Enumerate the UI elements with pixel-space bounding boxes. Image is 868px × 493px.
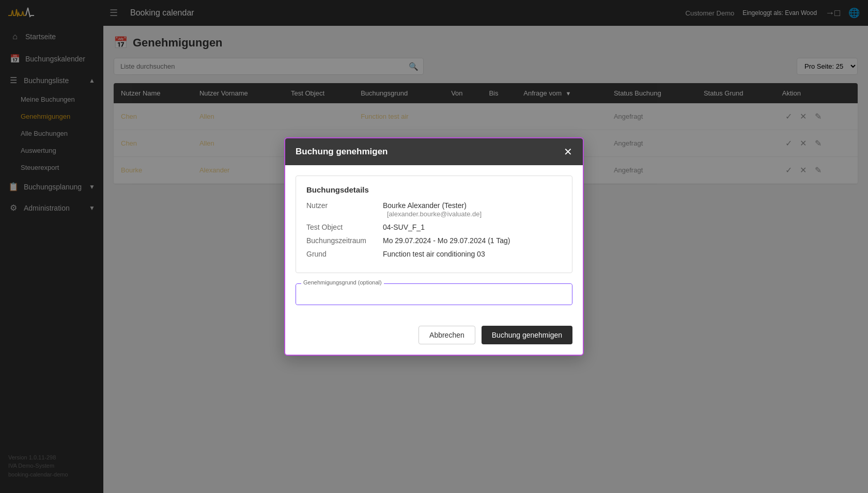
modal-overlay: Buchung genehmigen ✕ Buchungsdetails Nut…: [103, 26, 868, 493]
reason-field-wrap: Genehmigungsgrund (optional): [296, 283, 572, 305]
modal-buchung-genehmigen: Buchung genehmigen ✕ Buchungsdetails Nut…: [284, 137, 584, 356]
booking-details-box: Buchungsdetails Nutzer Bourke Alexander …: [296, 176, 572, 273]
modal-title: Buchung genehmigen: [296, 147, 388, 157]
reason-input[interactable]: [296, 284, 572, 305]
detail-label-nutzer: Nutzer: [306, 201, 379, 218]
detail-value-grund: Function test air conditioning 03: [383, 250, 562, 258]
detail-row-grund: Grund Function test air conditioning 03: [306, 250, 562, 258]
detail-row-nutzer: Nutzer Bourke Alexander (Tester) [alexan…: [306, 201, 562, 218]
modal-close-button[interactable]: ✕: [564, 147, 572, 157]
layout: ⌂ Startseite 📅 Buchungskalender ☰ Buchun…: [0, 26, 868, 493]
detail-value-zeitraum: Mo 29.07.2024 - Mo 29.07.2024 (1 Tag): [383, 236, 562, 245]
reason-label: Genehmigungsgrund (optional): [301, 279, 384, 285]
detail-row-zeitraum: Buchungszeitraum Mo 29.07.2024 - Mo 29.0…: [306, 236, 562, 245]
cancel-button[interactable]: Abbrechen: [419, 326, 475, 344]
main-content: 📅 Genehmigungen 🔍 Pro Seite: 25 Nutzer N…: [103, 26, 868, 493]
detail-value-object: 04-SUV_F_1: [383, 223, 562, 231]
modal-header: Buchung genehmigen ✕: [285, 138, 583, 165]
booking-details-title: Buchungsdetails: [306, 185, 562, 194]
detail-label-grund: Grund: [306, 250, 379, 258]
detail-email: [alexander.bourke@ivaluate.de]: [387, 210, 482, 218]
detail-label-object: Test Object: [306, 223, 379, 231]
approve-booking-button[interactable]: Buchung genehmigen: [482, 326, 572, 344]
detail-row-object: Test Object 04-SUV_F_1: [306, 223, 562, 231]
detail-value-nutzer: Bourke Alexander (Tester) [alexander.bou…: [383, 201, 562, 218]
modal-body: Buchungsdetails Nutzer Bourke Alexander …: [285, 165, 583, 326]
modal-footer: Abbrechen Buchung genehmigen: [285, 326, 583, 355]
detail-label-zeitraum: Buchungszeitraum: [306, 236, 379, 245]
